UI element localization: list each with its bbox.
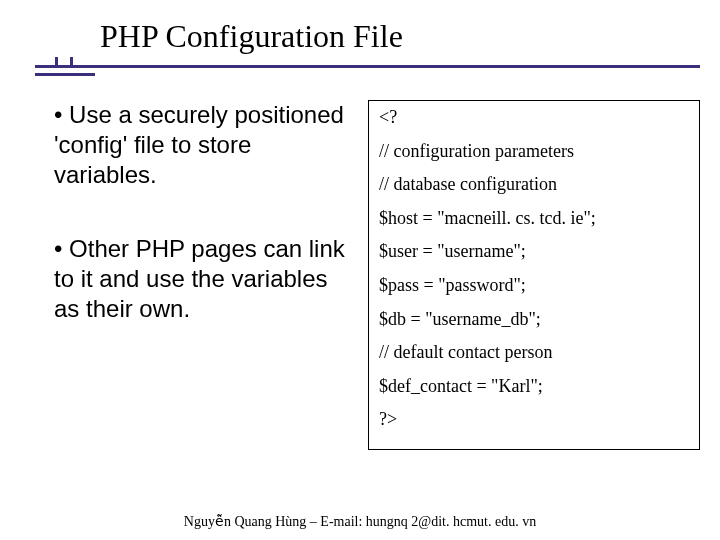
code-line: <?	[379, 107, 689, 129]
code-line: // default contact person	[379, 342, 689, 364]
slide-title: PHP Configuration File	[0, 18, 720, 65]
slide-footer: Nguyễn Quang Hùng – E-mail: hungnq 2@dit…	[0, 513, 720, 530]
bullet-item: • Use a securely positioned 'config' fil…	[54, 100, 354, 190]
code-line: $user = "username";	[379, 241, 689, 263]
code-line: // configuration parameters	[379, 141, 689, 163]
slide-content: • Use a securely positioned 'config' fil…	[0, 85, 720, 450]
code-line: $host = "macneill. cs. tcd. ie";	[379, 208, 689, 230]
code-line: $def_contact = "Karl";	[379, 376, 689, 398]
code-line: $db = "username_db";	[379, 309, 689, 331]
title-rule	[0, 65, 720, 85]
bullet-list: • Use a securely positioned 'config' fil…	[54, 100, 354, 450]
code-line: $pass = "password";	[379, 275, 689, 297]
code-line: // database configuration	[379, 174, 689, 196]
bullet-item: • Other PHP pages can link to it and use…	[54, 234, 354, 324]
slide-header: PHP Configuration File	[0, 0, 720, 85]
code-line: ?>	[379, 409, 689, 431]
code-box: <? // configuration parameters // databa…	[368, 100, 700, 450]
